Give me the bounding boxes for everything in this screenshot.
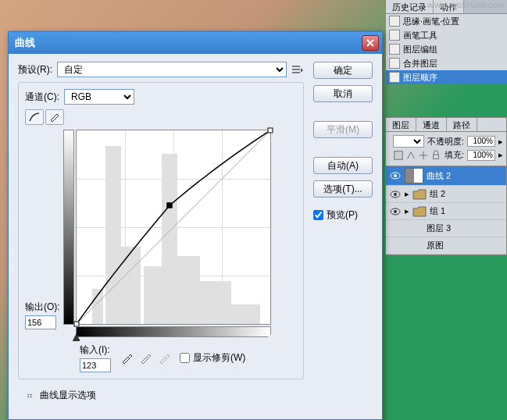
show-clip-checkbox[interactable] (180, 353, 190, 363)
svg-point-5 (394, 193, 397, 196)
fill-input[interactable]: 100% (467, 150, 495, 161)
show-clip-label: 显示修剪(W) (193, 351, 245, 365)
chevron-expand-icon (24, 390, 35, 401)
tab-paths[interactable]: 路径 (447, 118, 477, 131)
layer-item[interactable]: 曲线 2 (386, 166, 506, 186)
preset-dropdown[interactable]: 自定 (57, 62, 287, 77)
input-input[interactable] (80, 358, 111, 372)
chevron-right-icon[interactable]: ▸ (405, 189, 409, 199)
history-item-label: 画笔工具 (403, 30, 437, 41)
eyedropper-white-icon[interactable] (158, 352, 170, 365)
eye-icon[interactable] (389, 169, 402, 182)
history-item-label: 图层顺序 (403, 72, 437, 84)
preview-label: 预览(P) (327, 208, 358, 222)
output-input[interactable] (25, 315, 56, 329)
eye-icon[interactable] (389, 205, 402, 218)
expand-options[interactable]: 曲线显示选项 (18, 389, 304, 402)
eyedropper-gray-icon[interactable] (139, 352, 152, 365)
layers-list: 曲线 2 ▸ 组 2 ▸ 组 1 图层 3 原图 (386, 166, 506, 254)
close-button[interactable] (362, 35, 379, 51)
cancel-button[interactable]: 取消 (313, 85, 373, 102)
history-item[interactable]: 合并图层 (386, 56, 507, 70)
layers-panel: 图层 通道 路径 不透明度: 100% ▸ 填充: 100% ▸ 曲线 2 (385, 117, 507, 255)
eye-icon[interactable] (389, 240, 402, 252)
layer-item[interactable]: ▸ 组 1 (386, 203, 506, 220)
folder-icon (412, 189, 427, 200)
curve-line (77, 130, 270, 324)
curve-tool-icon[interactable] (25, 109, 44, 125)
output-label: 输出(O): (25, 301, 60, 314)
preview-checkbox[interactable] (313, 210, 323, 220)
svg-point-7 (394, 210, 397, 213)
titlebar[interactable]: 曲线 (9, 32, 382, 54)
chevron-right-icon[interactable]: ▸ (498, 150, 503, 160)
curves-group: 通道(C): RGB 输出(O): (18, 82, 304, 379)
opacity-input[interactable]: 100% (467, 136, 495, 147)
svg-rect-1 (433, 155, 438, 158)
preset-menu-icon[interactable] (291, 63, 304, 76)
eye-icon[interactable] (389, 222, 402, 235)
lock-position-icon[interactable] (418, 150, 429, 161)
ok-button[interactable]: 确定 (313, 62, 373, 79)
curve-point-end[interactable] (267, 128, 273, 133)
expand-label: 曲线显示选项 (40, 389, 96, 402)
history-item[interactable]: 思缘·画笔·位置 (386, 14, 507, 28)
eyedroppers (120, 352, 170, 365)
chevron-right-icon[interactable]: ▸ (498, 137, 503, 147)
history-icon (389, 44, 400, 55)
layers-tabs: 图层 通道 路径 (386, 118, 506, 132)
lock-all-icon[interactable] (430, 150, 441, 161)
lock-transparency-icon[interactable] (393, 150, 404, 161)
layer-item[interactable]: 图层 3 (386, 220, 506, 237)
eye-icon[interactable] (389, 188, 402, 201)
history-item-label: 思缘·画笔·位置 (403, 16, 459, 27)
channel-label: 通道(C): (25, 91, 59, 104)
history-icon (389, 16, 400, 27)
layer-label: 原图 (427, 240, 444, 251)
folder-icon (412, 206, 427, 217)
vertical-gradient (63, 130, 74, 325)
layer-item[interactable]: ▸ 组 2 (386, 186, 506, 203)
layers-controls: 不透明度: 100% ▸ 填充: 100% ▸ (386, 132, 506, 166)
layer-label: 曲线 2 (427, 170, 451, 182)
svg-rect-0 (395, 151, 403, 159)
history-item[interactable]: 画笔工具 (386, 28, 507, 42)
tab-layers[interactable]: 图层 (386, 118, 416, 131)
history-list: 思缘·画笔·位置 画笔工具 图层编组 合并图层 图层顺序 (386, 14, 507, 84)
lock-pixels-icon[interactable] (405, 150, 416, 161)
eyedropper-black-icon[interactable] (120, 352, 133, 365)
preset-label: 预设(R): (18, 63, 52, 77)
channel-dropdown[interactable]: RGB (64, 89, 134, 105)
blend-mode-dropdown[interactable] (393, 135, 424, 148)
tab-history[interactable]: 历史记录 (386, 0, 434, 13)
history-item-label: 图层编组 (403, 44, 437, 55)
tab-channels[interactable]: 通道 (416, 118, 447, 131)
history-icon (389, 58, 400, 69)
layer-label: 组 1 (430, 205, 445, 217)
layer-item[interactable]: 原图 (386, 237, 506, 254)
layer-label: 图层 3 (427, 222, 451, 234)
opacity-label: 不透明度: (427, 136, 464, 148)
horizontal-gradient[interactable] (76, 326, 271, 337)
history-item[interactable]: 图层顺序 (386, 70, 507, 84)
fill-label: 填充: (445, 149, 464, 161)
auto-button[interactable]: 自动(A) (313, 157, 373, 174)
curves-canvas[interactable] (76, 130, 271, 325)
chevron-right-icon[interactable]: ▸ (405, 206, 409, 216)
layer-thumb (405, 168, 423, 183)
curve-point[interactable] (167, 203, 173, 208)
watermark-text: WWW.MISSYUAN.COM (427, 2, 504, 9)
close-icon (366, 39, 374, 47)
svg-point-3 (394, 174, 397, 177)
options-button[interactable]: 选项(T)... (313, 180, 373, 198)
dialog-title: 曲线 (15, 36, 35, 50)
history-icon (389, 72, 400, 83)
white-slider[interactable] (266, 333, 274, 341)
lock-icons (393, 150, 441, 161)
input-label: 输入(I): (80, 343, 110, 357)
history-item[interactable]: 图层编组 (386, 42, 507, 56)
curves-dialog: 曲线 预设(R): 自定 通道(C): RGB (8, 31, 383, 420)
smooth-button[interactable]: 平滑(M) (313, 121, 373, 138)
history-item-label: 合并图层 (403, 58, 437, 69)
pencil-tool-icon[interactable] (45, 109, 64, 125)
